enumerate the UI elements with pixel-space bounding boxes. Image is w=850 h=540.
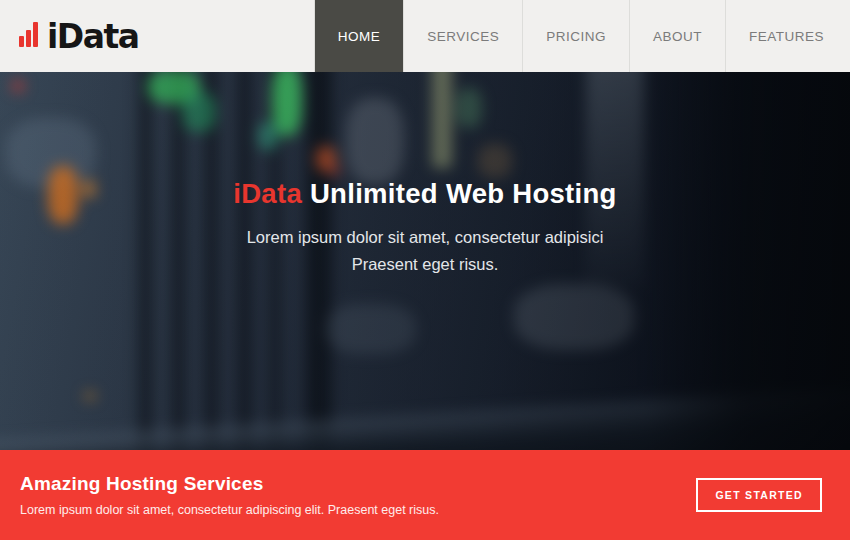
hero-title-accent: iData [233,178,302,209]
cta-heading: Amazing Hosting Services [20,473,439,495]
hero-section: iData Unlimited Web Hosting Lorem ipsum … [0,72,850,450]
cta-bar: Amazing Hosting Services Lorem ipsum dol… [0,450,850,540]
site-header: iData HOME SERVICES PRICING ABOUT FEATUR… [0,0,850,72]
brand-logo[interactable]: iData [0,0,139,72]
cta-text-block: Amazing Hosting Services Lorem ipsum dol… [20,473,439,517]
hero-subtitle: Lorem ipsum dolor sit amet, consectetur … [0,224,850,278]
hero-content: iData Unlimited Web Hosting Lorem ipsum … [0,72,850,278]
main-nav: HOME SERVICES PRICING ABOUT FEATURES [314,0,850,72]
hero-title-rest: Unlimited Web Hosting [302,178,617,209]
brand-name: iData [47,17,139,56]
nav-item-services[interactable]: SERVICES [403,0,522,72]
nav-item-about[interactable]: ABOUT [629,0,725,72]
nav-item-home[interactable]: HOME [314,0,404,72]
hero-subtitle-line2: Praesent eget risus. [0,251,850,278]
cta-description: Lorem ipsum dolor sit amet, consectetur … [20,503,439,517]
get-started-button[interactable]: GET STARTED [696,478,822,512]
nav-item-features[interactable]: FEATURES [725,0,850,72]
hero-subtitle-line1: Lorem ipsum dolor sit amet, consectetur … [0,224,850,251]
bar-chart-icon [19,22,38,50]
hero-title: iData Unlimited Web Hosting [0,178,850,210]
nav-item-pricing[interactable]: PRICING [522,0,629,72]
